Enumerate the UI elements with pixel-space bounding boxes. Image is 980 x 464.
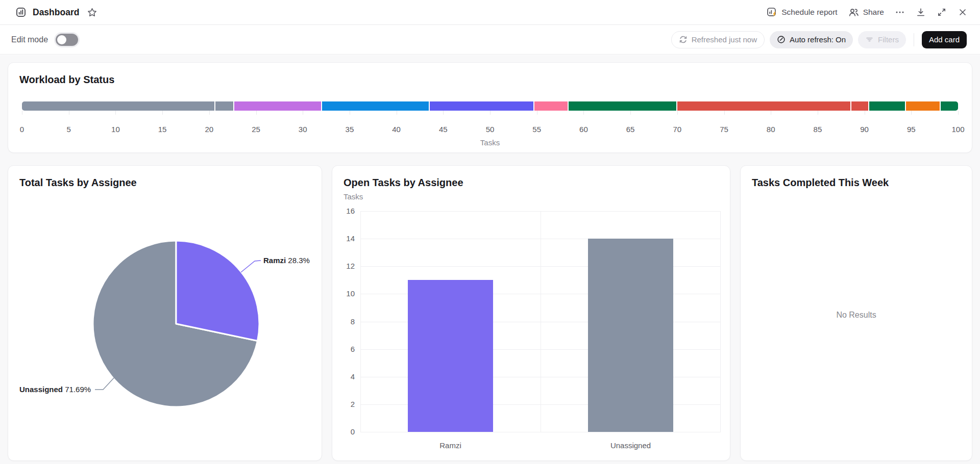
workload-status-segment[interactable] [869,101,905,111]
y-axis-tick-label: 14 [332,234,355,243]
toggle-knob [57,35,66,44]
card-workload-by-status: Workload by Status 051015202530354045505… [8,62,972,153]
axis-tick [630,111,631,115]
filters-label: Filters [878,35,899,44]
y-axis-title: Tasks [344,192,719,201]
y-axis-tick-label: 6 [332,345,355,353]
gridline-vertical [541,211,541,432]
card-tasks-completed-this-week: Tasks Completed This Week No Results [740,165,972,461]
expand-icon[interactable] [937,7,947,17]
dashboard-content: Workload by Status 051015202530354045505… [0,55,980,464]
workload-status-segment[interactable] [322,101,429,111]
workload-status-segment[interactable] [234,101,322,111]
axis-tick [677,111,678,115]
axis-tick-label: 20 [205,125,213,134]
axis-tick-label: 45 [439,125,448,134]
edit-mode-toggle[interactable] [56,34,78,46]
card-total-tasks-by-assignee: Total Tasks by Assignee Ramzi 28.3% Unas… [8,165,322,461]
pie-label-value: 28.3% [288,256,310,265]
workload-status-segment[interactable] [22,101,214,111]
axis-tick-label: 25 [252,125,260,134]
more-options-icon[interactable] [895,7,905,17]
card-open-tasks-by-assignee: Open Tasks by Assignee Tasks 02468101214… [332,165,730,461]
add-card-label: Add card [929,35,960,44]
workload-status-segment[interactable] [534,101,568,111]
refreshed-label: Refreshed just now [692,35,757,44]
pie-label-value: 71.69% [65,385,91,394]
y-axis-tick-label: 16 [332,207,355,215]
bar-ramzi[interactable] [408,280,493,432]
y-axis-tick-label: 8 [332,317,355,326]
axis-tick [724,111,725,115]
add-card-button[interactable]: Add card [922,31,967,48]
axis-tick-label: 90 [860,125,869,134]
y-axis-tick-label: 4 [332,372,355,381]
axis-tick-label: 65 [626,125,635,134]
pie-label-unassigned: Unassigned 71.69% [19,385,91,394]
download-icon[interactable] [916,7,926,17]
x-axis-category-label: Unassigned [610,441,651,450]
auto-refresh-label: Auto refresh: On [790,35,846,44]
share-icon [848,7,859,18]
filters-button[interactable]: Filters [858,31,906,48]
x-axis-title: Tasks [22,138,958,147]
pie-label-name: Unassigned [19,385,63,394]
clock-icon [777,35,786,44]
page-title: Dashboard [33,7,79,18]
axis-tick-label: 85 [814,125,822,134]
axis-tick [583,111,584,115]
axis-tick-label: 40 [392,125,401,134]
axis-tick-label: 30 [299,125,307,134]
workload-status-segment[interactable] [941,101,958,111]
axis-tick-label: 15 [158,125,167,134]
axis-tick-label: 35 [346,125,354,134]
stacked-bar-chart: 0510152025303540455055606570758085909510… [22,101,958,147]
gridline-horizontal [360,432,721,432]
y-axis-tick-label: 0 [332,427,355,436]
workload-status-segment[interactable] [906,101,939,111]
axis-tick-label: 75 [720,125,728,134]
refresh-status-button[interactable]: Refreshed just now [671,31,765,48]
axis-ticks [22,111,958,115]
share-label: Share [863,8,884,17]
workload-status-segment[interactable] [569,101,676,111]
workload-status-segment[interactable] [215,101,233,111]
pie-slice-ramzi[interactable] [176,241,259,341]
y-axis-tick-label: 10 [332,289,355,298]
axis-tick [818,111,818,115]
axis-tick-label: 10 [111,125,120,134]
axis-tick [537,111,537,115]
bar-unassigned[interactable] [588,239,673,432]
schedule-report-button[interactable]: Schedule report [766,7,837,18]
dashboard-toolbar: Edit mode Refreshed just now Auto refres… [0,25,980,55]
axis-tick [115,111,116,115]
axis-tick [490,111,491,115]
filter-icon [865,35,874,44]
pie-label-ramzi: Ramzi 28.3% [263,256,310,265]
axis-tick [209,111,210,115]
gridline-vertical [720,211,721,432]
share-button[interactable]: Share [848,7,884,18]
workload-status-segment[interactable] [851,101,868,111]
close-icon[interactable] [958,7,968,17]
y-axis-tick-label: 2 [332,400,355,408]
favorite-star-icon[interactable] [87,7,97,18]
axis-tick-label: 0 [20,125,24,134]
axis-tick [911,111,912,115]
y-axis-labels: 0246810121416 [332,211,355,432]
workload-status-segment[interactable] [430,101,533,111]
axis-tick [303,111,303,115]
toolbar-divider [914,33,914,46]
workload-status-segment[interactable] [677,101,850,111]
edit-mode-label: Edit mode [11,35,48,44]
window-header: Dashboard Schedule report [0,0,980,25]
schedule-report-label: Schedule report [781,8,837,17]
refresh-icon [679,35,688,44]
schedule-report-icon [766,7,777,18]
no-results-text: No Results [741,311,972,320]
dashboard-icon [15,7,27,18]
card-title: Open Tasks by Assignee [344,176,719,189]
auto-refresh-button[interactable]: Auto refresh: On [770,31,853,48]
axis-tick-labels: 0510152025303540455055606570758085909510… [22,125,958,134]
axis-tick [865,111,865,115]
